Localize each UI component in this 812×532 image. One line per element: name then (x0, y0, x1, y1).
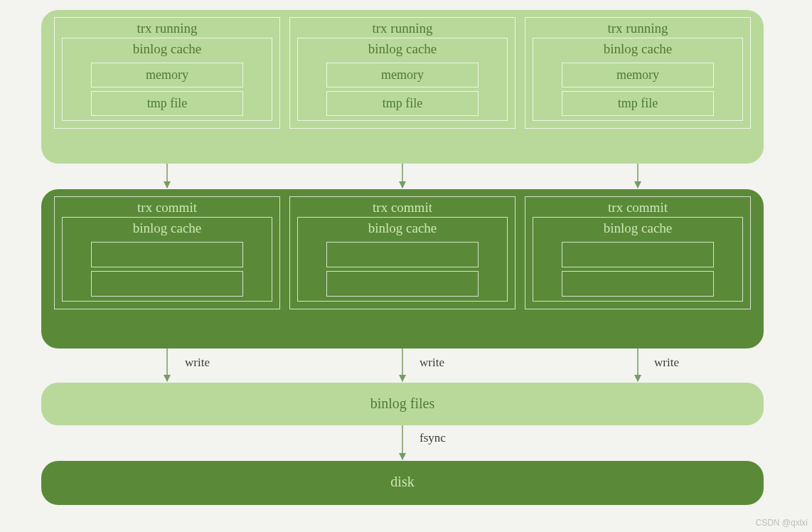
memory-cell: memory (562, 63, 714, 87)
trx-commit-box: trx commit binlog cache (289, 196, 515, 309)
trx-commit-title: trx commit (525, 197, 750, 217)
binlog-cache-title: binlog cache (533, 38, 742, 58)
memory-cell: memory (326, 63, 479, 87)
binlog-cache-box: binlog cache memory tmp file (62, 38, 272, 121)
binlog-files-band: binlog files (41, 383, 764, 425)
empty-cell (91, 242, 243, 267)
disk-label: disk (41, 461, 764, 503)
running-col: trx running binlog cache memory tmp file (525, 10, 751, 164)
binlog-cache-title: binlog cache (298, 38, 507, 58)
binlog-cache-title: binlog cache (533, 218, 742, 238)
commit-band: trx commit binlog cache trx commit binlo… (41, 189, 764, 349)
commit-col: trx commit binlog cache (289, 189, 515, 349)
write-label: write (420, 356, 444, 370)
binlog-cache-box: binlog cache (533, 217, 743, 302)
trx-running-title: trx running (55, 18, 279, 38)
trx-running-box: trx running binlog cache memory tmp file (289, 17, 515, 129)
trx-commit-title: trx commit (55, 197, 279, 217)
binlog-cache-box: binlog cache (62, 217, 272, 302)
tmpfile-cell: tmp file (562, 91, 714, 116)
running-band: trx running binlog cache memory tmp file… (41, 10, 764, 164)
watermark: CSDN @qxlxi (755, 518, 808, 528)
binlog-files-label: binlog files (41, 383, 764, 425)
trx-commit-box: trx commit binlog cache (525, 196, 751, 309)
tmpfile-cell: tmp file (326, 91, 479, 116)
binlog-cache-box: binlog cache memory tmp file (297, 38, 508, 121)
empty-cell (326, 242, 479, 267)
empty-cell (326, 271, 479, 297)
binlog-cache-title: binlog cache (63, 218, 272, 238)
trx-running-title: trx running (290, 18, 515, 38)
running-col: trx running binlog cache memory tmp file (54, 10, 280, 164)
tmpfile-cell: tmp file (91, 91, 243, 116)
empty-cell (562, 271, 714, 297)
trx-running-box: trx running binlog cache memory tmp file (525, 17, 751, 129)
commit-col: trx commit binlog cache (525, 189, 751, 349)
binlog-cache-title: binlog cache (298, 218, 507, 238)
binlog-cache-title: binlog cache (63, 38, 272, 58)
disk-band: disk (41, 461, 764, 505)
trx-commit-title: trx commit (290, 197, 515, 217)
trx-running-title: trx running (525, 18, 750, 38)
running-row: trx running binlog cache memory tmp file… (41, 10, 764, 164)
empty-cell (91, 271, 243, 297)
commit-row: trx commit binlog cache trx commit binlo… (41, 189, 764, 349)
memory-cell: memory (91, 63, 243, 87)
running-col: trx running binlog cache memory tmp file (289, 10, 515, 164)
fsync-label: fsync (420, 431, 446, 445)
write-label: write (185, 356, 210, 370)
trx-commit-box: trx commit binlog cache (54, 196, 280, 309)
binlog-cache-box: binlog cache (297, 217, 508, 302)
commit-col: trx commit binlog cache (54, 189, 280, 349)
empty-cell (562, 242, 714, 267)
binlog-cache-box: binlog cache memory tmp file (533, 38, 743, 121)
write-label: write (654, 356, 679, 370)
trx-running-box: trx running binlog cache memory tmp file (54, 17, 280, 129)
